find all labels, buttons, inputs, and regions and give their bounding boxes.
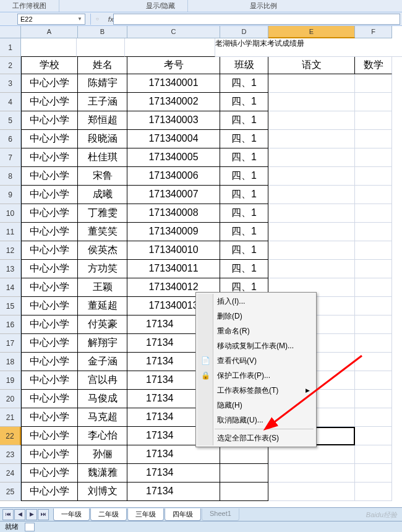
cell[interactable]: 中心小学 — [21, 297, 78, 315]
cell[interactable] — [355, 390, 392, 408]
menu-delete[interactable]: 删除(D) — [197, 309, 315, 324]
cell[interactable] — [355, 111, 392, 130]
formula-bar[interactable] — [113, 14, 400, 25]
cell[interactable] — [220, 445, 268, 464]
cell[interactable] — [355, 445, 392, 464]
row-header-2[interactable]: 2 — [0, 57, 21, 74]
row-header-1[interactable]: 1 — [0, 38, 21, 57]
cell[interactable] — [268, 167, 355, 186]
cell[interactable] — [355, 241, 392, 260]
cell[interactable] — [355, 186, 392, 204]
cell[interactable] — [355, 334, 392, 353]
cell[interactable] — [355, 167, 392, 186]
cell[interactable] — [355, 464, 392, 483]
cell[interactable]: 四、1 — [220, 223, 268, 241]
cell[interactable]: 中心小学 — [21, 111, 78, 130]
row-header-13[interactable]: 13 — [0, 260, 21, 278]
hdr-math[interactable]: 数学 — [355, 57, 392, 74]
row-header-19[interactable]: 19 — [0, 371, 21, 390]
cell[interactable]: 四、1 — [220, 148, 268, 167]
row-header-15[interactable]: 15 — [0, 297, 21, 315]
cell[interactable] — [268, 204, 355, 223]
cell[interactable] — [268, 241, 355, 260]
cell[interactable]: 四、1 — [220, 111, 268, 130]
row-header-21[interactable]: 21 — [0, 408, 21, 427]
menu-insert[interactable]: 插入(I)... — [197, 294, 315, 309]
cell[interactable]: 陈婧宇 — [78, 74, 127, 93]
cell[interactable]: 中心小学 — [21, 464, 78, 483]
row-header-10[interactable]: 10 — [0, 204, 21, 223]
cell[interactable]: 董延超 — [78, 297, 127, 315]
menu-rename[interactable]: 重命名(R) — [197, 324, 315, 338]
cell[interactable]: 四、1 — [220, 186, 268, 204]
cell[interactable]: 杜佳琪 — [78, 148, 127, 167]
col-header-C[interactable]: C — [127, 26, 220, 38]
cell[interactable] — [355, 427, 392, 445]
cell[interactable]: 171340011 — [127, 260, 220, 278]
cell[interactable]: 刘博文 — [78, 483, 127, 501]
tab-nav-last[interactable]: ⏭ — [38, 509, 49, 520]
cell[interactable] — [268, 186, 355, 204]
row-header-7[interactable]: 7 — [0, 148, 21, 167]
cell[interactable]: 王子涵 — [78, 93, 127, 111]
row-header-12[interactable]: 12 — [0, 241, 21, 260]
cell[interactable]: 中心小学 — [21, 74, 78, 93]
cell[interactable] — [268, 130, 355, 148]
cell[interactable] — [268, 223, 355, 241]
cell[interactable]: 四、1 — [220, 204, 268, 223]
menu-unhide[interactable]: 取消隐藏(U)... — [197, 413, 315, 427]
cell[interactable]: 付英豪 — [78, 315, 127, 334]
sheet-tab-grade1[interactable]: 一年级 — [53, 508, 90, 521]
cell[interactable]: 中心小学 — [21, 148, 78, 167]
cell[interactable] — [355, 74, 392, 93]
cell[interactable] — [355, 130, 392, 148]
hdr-chinese[interactable]: 语文 — [268, 57, 355, 74]
cell[interactable] — [355, 278, 392, 297]
cell[interactable]: 171340005 — [127, 148, 220, 167]
cell[interactable]: 中心小学 — [21, 223, 78, 241]
sheet-tab-grade2[interactable]: 二年级 — [90, 508, 127, 521]
cell[interactable] — [355, 204, 392, 223]
row-header-18[interactable]: 18 — [0, 353, 21, 371]
cell[interactable] — [355, 297, 392, 315]
cell[interactable] — [268, 464, 355, 483]
cell[interactable]: 171340008 — [127, 204, 220, 223]
cell[interactable]: 四、1 — [220, 260, 268, 278]
menu-select-all-sheets[interactable]: 选定全部工作表(S) — [197, 431, 315, 445]
cell[interactable]: 四、1 — [220, 241, 268, 260]
hdr-class[interactable]: 班级 — [220, 57, 268, 74]
cell[interactable] — [268, 260, 355, 278]
cell[interactable]: 171340009 — [127, 223, 220, 241]
cell[interactable]: 宋鲁 — [78, 167, 127, 186]
sheet-tab-sheet1[interactable]: Sheet1 — [202, 508, 239, 521]
cell[interactable]: 中心小学 — [21, 353, 78, 371]
cell[interactable]: 中心小学 — [21, 260, 78, 278]
col-header-B[interactable]: B — [78, 26, 127, 38]
col-header-F[interactable]: F — [355, 26, 392, 38]
cell[interactable]: 中心小学 — [21, 427, 78, 445]
row-header-25[interactable]: 25 — [0, 483, 21, 501]
cell[interactable]: 董笑笑 — [78, 223, 127, 241]
row-header-17[interactable]: 17 — [0, 334, 21, 353]
cell[interactable] — [268, 148, 355, 167]
cell[interactable] — [355, 315, 392, 334]
row-header-8[interactable]: 8 — [0, 167, 21, 186]
cell[interactable]: 中心小学 — [21, 371, 78, 390]
cell[interactable]: 方功笑 — [78, 260, 127, 278]
cell[interactable]: 171340010 — [127, 241, 220, 260]
row-header-24[interactable]: 24 — [0, 464, 21, 483]
name-box[interactable]: E22 ▼ — [17, 14, 85, 25]
cell[interactable] — [355, 260, 392, 278]
cell[interactable]: 中心小学 — [21, 167, 78, 186]
row-header-6[interactable]: 6 — [0, 130, 21, 148]
cell[interactable]: 171340002 — [127, 93, 220, 111]
cell[interactable]: 中心小学 — [21, 408, 78, 427]
sheet-tab-grade4[interactable]: 四年级 — [165, 508, 201, 521]
dropdown-icon[interactable]: ▼ — [77, 16, 82, 22]
cell[interactable] — [268, 483, 355, 501]
col-header-A[interactable]: A — [21, 26, 78, 38]
sheet-tab-grade3[interactable]: 三年级 — [127, 508, 164, 521]
cell[interactable] — [268, 74, 355, 93]
cell[interactable]: 中心小学 — [21, 204, 78, 223]
cell[interactable]: 中心小学 — [21, 186, 78, 204]
